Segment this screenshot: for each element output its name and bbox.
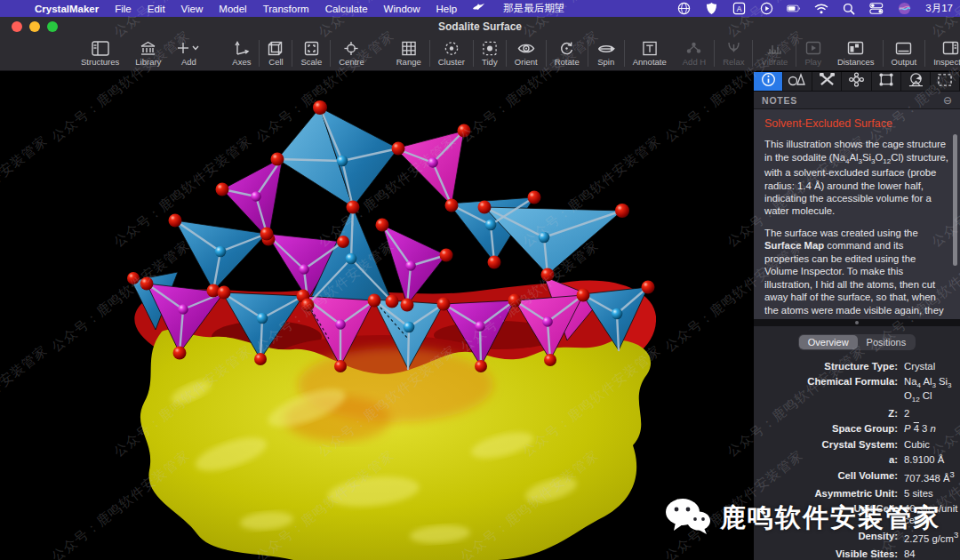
notes-header-label: NOTES <box>762 95 797 106</box>
notes-paragraph: The surface was created using the Surfac… <box>764 227 949 320</box>
globe-icon[interactable] <box>676 3 691 15</box>
battery-icon[interactable] <box>787 3 801 15</box>
search-icon[interactable] <box>842 3 856 15</box>
info-row-value: P 4 3 n <box>904 423 936 435</box>
axes-icon <box>234 40 250 56</box>
rotate-icon <box>559 40 574 56</box>
inspector-tab-model-style[interactable] <box>783 72 812 91</box>
addh-icon <box>685 40 702 56</box>
menu-item-transform[interactable]: Transform <box>255 4 317 14</box>
control-center-icon[interactable] <box>869 3 884 15</box>
cluster-icon <box>444 40 460 56</box>
toolbar-scale-button[interactable]: Scale <box>292 36 330 70</box>
info-row-value: 2.275 g/cm3 <box>904 531 958 545</box>
toolbar-label: Structures <box>81 57 119 67</box>
info-row-value: 46 sites/unit cell <box>904 503 960 526</box>
orient-icon <box>517 40 535 56</box>
shield-icon[interactable] <box>704 3 718 15</box>
crystalmaker-window: CrystalMaker FileEditViewModelTransformC… <box>0 0 960 560</box>
info-row: Crystal System:Cubic <box>754 439 960 451</box>
inspector-tab-selection[interactable] <box>931 72 960 91</box>
toolbar-label: Axes <box>232 57 251 67</box>
vibrate-icon <box>766 40 783 56</box>
annotate-icon <box>642 40 658 56</box>
info-row-value: 707.348 Å3 <box>904 470 955 484</box>
toolbar-vibrate-button: Vibrate <box>753 36 796 70</box>
toolbar-label: Relax <box>723 57 744 67</box>
toolbar-orient-button[interactable]: Orient <box>507 36 546 70</box>
crystalmaker-bird-icon[interactable] <box>472 3 485 15</box>
volume-icon <box>907 72 924 91</box>
toolbar-add-button[interactable]: Add <box>169 36 208 70</box>
toolbar-tidy-button[interactable]: Tidy <box>474 36 506 70</box>
notes-panel[interactable]: Solvent-Excluded Surface This illustrati… <box>754 109 960 319</box>
menu-note-text: 那是最后期望 <box>503 2 564 15</box>
structure-viewport[interactable] <box>0 72 754 560</box>
info-row-label: Z: <box>754 408 898 420</box>
toolbar-label: Inspector <box>933 57 960 67</box>
menu-item-file[interactable]: File <box>107 4 140 14</box>
toolbar-structures-button[interactable]: Structures <box>73 36 127 70</box>
notes-scrollbar[interactable] <box>953 134 957 266</box>
toolbar-label: Cluster <box>438 57 465 67</box>
notes-title: Solvent-Excluded Surface <box>764 117 949 130</box>
menu-item-model[interactable]: Model <box>211 4 254 14</box>
menu-item-view[interactable]: View <box>173 4 212 14</box>
inspector-tab-info[interactable] <box>754 72 783 91</box>
info-row-label: Crystal System: <box>754 439 898 451</box>
menu-item-calculate[interactable]: Calculate <box>317 4 376 14</box>
notes-collapse-icon[interactable]: ⊖ <box>943 95 952 106</box>
relax-icon <box>726 40 741 56</box>
play-icon <box>805 40 821 56</box>
info-row-label: Density: <box>754 531 898 545</box>
cell-icon <box>268 40 284 56</box>
input-source-icon[interactable]: A <box>732 3 746 15</box>
toolbar-inspector-button[interactable]: Inspector <box>925 36 960 70</box>
info-row-value: 8.9100 Å <box>904 454 944 466</box>
info-row: Visible Sites:84 <box>754 548 960 560</box>
menu-app-name[interactable]: CrystalMaker <box>27 4 107 14</box>
svg-text:A: A <box>737 4 742 13</box>
toolbar-play-button: Play <box>796 36 828 70</box>
siri-icon[interactable] <box>897 3 911 15</box>
toolbar-rotate-button[interactable]: Rotate <box>547 36 588 70</box>
toolbar-spin-button[interactable]: Spin <box>588 36 624 70</box>
tools-icon <box>819 72 836 91</box>
tab-positions[interactable]: Positions <box>858 335 916 349</box>
inspector-sidebar: NOTES ⊖ Solvent-Excluded Surface This il… <box>754 72 960 560</box>
title-bar: Sodalite Surface <box>0 17 960 36</box>
lattice-icon <box>878 72 894 91</box>
output-icon <box>895 40 912 56</box>
toolbar-centre-button[interactable]: Centre <box>331 36 372 70</box>
menu-item-help[interactable]: Help <box>428 4 465 14</box>
inspector-tab-strip <box>754 72 960 92</box>
toolbar-axes-button[interactable]: Axes <box>224 36 259 70</box>
inspector-tab-atoms[interactable] <box>842 72 871 91</box>
info-row: Space Group:P 4 3 n <box>754 423 960 435</box>
toolbar-label: Centre <box>339 57 364 67</box>
inspector-tab-tools[interactable] <box>812 72 842 91</box>
window-title: Sodalite Surface <box>0 20 960 33</box>
info-row: Density:2.275 g/cm3 <box>754 531 960 545</box>
menu-date[interactable]: 3月17 <box>925 2 953 15</box>
toolbar-range-button[interactable]: Range <box>388 36 429 70</box>
notes-paragraph: This illustration shows the cage structu… <box>764 138 949 218</box>
toolbar-output-button[interactable]: Output <box>884 36 925 70</box>
inspector-tab-lattice[interactable] <box>872 72 901 91</box>
menu-item-edit[interactable]: Edit <box>140 4 173 14</box>
toolbar-distances-button[interactable]: Distances <box>829 36 883 70</box>
info-row-value: 2 <box>904 408 909 420</box>
crystal-scene[interactable] <box>0 72 754 560</box>
range-icon <box>401 40 417 56</box>
wifi-icon[interactable] <box>814 3 828 15</box>
toolbar-cluster-button[interactable]: Cluster <box>430 36 473 70</box>
toolbar: StructuresLibraryAddAxesCellScaleCentreR… <box>0 36 960 71</box>
toolbar-annotate-button[interactable]: Annotate <box>625 36 675 70</box>
tab-overview[interactable]: Overview <box>799 335 858 349</box>
play-circle-icon[interactable] <box>759 3 773 15</box>
panel-resize-handle[interactable] <box>754 319 960 325</box>
toolbar-library-button[interactable]: Library <box>127 36 169 70</box>
inspector-tab-volume[interactable] <box>901 72 931 91</box>
menu-item-window[interactable]: Window <box>376 4 428 14</box>
toolbar-cell-button[interactable]: Cell <box>260 36 292 70</box>
